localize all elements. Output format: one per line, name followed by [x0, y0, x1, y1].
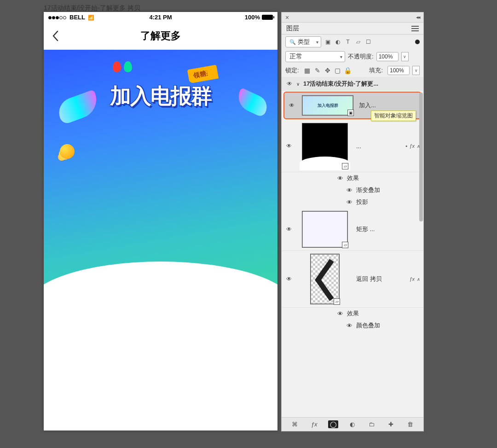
add-mask-icon[interactable]: ◯	[328, 420, 338, 428]
layer-row-selected[interactable]: 👁 ▣ 加入... 智能对象缩览图	[283, 92, 422, 119]
effect-color-overlay[interactable]: 👁 颜色叠加	[282, 320, 423, 332]
panel-close-icon[interactable]: ×	[285, 14, 289, 21]
fill-input[interactable]: 100%	[387, 66, 410, 75]
lock-position-icon[interactable]: ✥	[324, 67, 331, 74]
link-mask-icon[interactable]: ▪	[405, 143, 407, 149]
fx-label[interactable]: ƒx	[409, 143, 415, 149]
design-canvas: BELL 4:21 PM 100% 了解更多 领糖果 加入电报群	[44, 12, 277, 431]
layer-group-header[interactable]: 👁 ∨ 17活动结束/没开始-了解更...	[282, 77, 423, 91]
back-chevron-icon[interactable]	[52, 30, 58, 41]
fx-menu-icon[interactable]: ƒx	[309, 421, 319, 428]
vector-badge-icon: ▱	[342, 242, 348, 248]
group-caret-icon[interactable]: ∨	[296, 81, 300, 87]
filter-adjust-icon[interactable]: ◐	[334, 38, 341, 46]
comet-icon	[60, 144, 75, 159]
flag-badge: 领糖果	[187, 65, 219, 84]
layer-thumbnail[interactable]: ▱	[310, 254, 340, 304]
opacity-stepper[interactable]: ∨	[401, 52, 409, 61]
vector-badge-icon: ▱	[342, 163, 348, 169]
effects-header[interactable]: 👁 效果	[282, 308, 423, 320]
effects-header[interactable]: 👁 效果	[282, 172, 423, 184]
battery-label: 100%	[245, 14, 260, 21]
effect-gradient-overlay[interactable]: 👁 渐变叠加	[282, 184, 423, 196]
visibility-toggle-icon[interactable]: 👁	[286, 81, 293, 87]
blend-mode-select[interactable]: 正常	[285, 51, 345, 62]
lock-label: 锁定:	[285, 66, 299, 75]
layer-name[interactable]: 加入...	[359, 101, 417, 110]
delete-layer-icon[interactable]: 🗑	[405, 421, 415, 428]
link-layers-icon[interactable]: ⌘	[290, 421, 300, 428]
panel-menu-icon[interactable]	[411, 26, 419, 31]
status-time: 4:21 PM	[149, 14, 172, 21]
group-name: 17活动结束/没开始-了解更...	[303, 80, 419, 88]
filter-text-icon[interactable]: T	[344, 38, 352, 46]
layer-row[interactable]: 👁 ▱ 矩形 ...	[282, 208, 423, 251]
opacity-input[interactable]: 100%	[376, 52, 399, 61]
lock-pixels-icon[interactable]: ▦	[304, 67, 311, 74]
layers-panel: × ◂◂ 图层 类型 ▣ ◐ T ▱ ☐ 正常 不透明度: 100% ∨ 锁定:…	[281, 12, 424, 431]
nav-header: 了解更多	[44, 22, 277, 50]
layer-thumbnail[interactable]: ▱	[302, 211, 348, 248]
layer-row[interactable]: 👁 ▱ 返回 拷贝 ƒx ∧	[282, 251, 423, 308]
layer-name[interactable]: 返回 拷贝	[356, 275, 405, 283]
vector-badge-icon: ▱	[334, 298, 340, 305]
hero-area: 领糖果 加入电报群	[44, 50, 277, 312]
scrollbar[interactable]	[419, 93, 423, 415]
visibility-toggle-icon[interactable]: 👁	[289, 102, 295, 109]
adjustment-layer-icon[interactable]: ◐	[347, 421, 358, 428]
effect-drop-shadow[interactable]: 👁 投影	[282, 196, 423, 208]
visibility-toggle-icon[interactable]: 👁	[346, 199, 353, 206]
layer-row[interactable]: 👁 ▱ ... ▪ ƒx ∧	[282, 120, 423, 172]
smart-object-badge-icon: ▣	[347, 110, 354, 116]
fill-label: 填充:	[369, 66, 383, 75]
visibility-toggle-icon[interactable]: 👁	[346, 322, 353, 329]
new-group-icon[interactable]: 🗀	[367, 421, 377, 428]
page-title: 了解更多	[140, 29, 181, 43]
lock-artboard-icon[interactable]: ▢	[334, 67, 341, 74]
fill-stepper[interactable]: ∨	[412, 66, 420, 75]
status-bar: BELL 4:21 PM 100%	[44, 12, 277, 22]
visibility-toggle-icon[interactable]: 👁	[337, 310, 343, 317]
fx-label[interactable]: ƒx	[409, 276, 415, 282]
panel-footer: ⌘ ƒx ◯ ◐ 🗀 ✚ 🗑	[282, 417, 423, 431]
layers-list: 👁 ▣ 加入... 智能对象缩览图 👁 ▱ ... ▪ ƒx ∧	[282, 91, 423, 417]
tooltip: 智能对象缩览图	[371, 111, 416, 121]
panel-collapse-icon[interactable]: ◂◂	[416, 14, 420, 20]
lock-brush-icon[interactable]: ✎	[314, 67, 321, 74]
lock-all-icon[interactable]: 🔒	[344, 67, 352, 74]
filter-image-icon[interactable]: ▣	[324, 38, 331, 46]
visibility-toggle-icon[interactable]: 👁	[286, 276, 292, 282]
visibility-toggle-icon[interactable]: 👁	[337, 175, 343, 182]
filter-indicator-icon[interactable]	[415, 40, 420, 44]
filter-shape-icon[interactable]: ▱	[354, 38, 362, 46]
visibility-toggle-icon[interactable]: 👁	[286, 143, 292, 149]
document-title: 17活动结束/没开始-了解更多 拷贝	[44, 4, 140, 12]
carrier-label: BELL	[69, 14, 85, 21]
layer-thumbnail[interactable]: ▱	[302, 123, 348, 169]
layer-name[interactable]: 矩形 ...	[356, 225, 420, 233]
banner-title: 加入电报群	[44, 82, 277, 111]
filter-smart-icon[interactable]: ☐	[364, 38, 372, 46]
layers-tab[interactable]: 图层	[286, 24, 299, 33]
filter-type-select[interactable]: 类型	[285, 36, 321, 47]
visibility-toggle-icon[interactable]: 👁	[286, 226, 292, 233]
layer-name[interactable]: ...	[356, 143, 402, 150]
scrollbar-thumb[interactable]	[419, 93, 423, 221]
balloons-icon	[113, 61, 132, 72]
battery-icon	[262, 15, 273, 20]
signal-dots-icon	[48, 14, 67, 21]
opacity-label: 不透明度:	[348, 52, 374, 61]
layer-thumbnail[interactable]: ▣	[302, 95, 353, 116]
new-layer-icon[interactable]: ✚	[386, 421, 396, 428]
wifi-icon	[88, 14, 94, 21]
visibility-toggle-icon[interactable]: 👁	[346, 187, 353, 194]
